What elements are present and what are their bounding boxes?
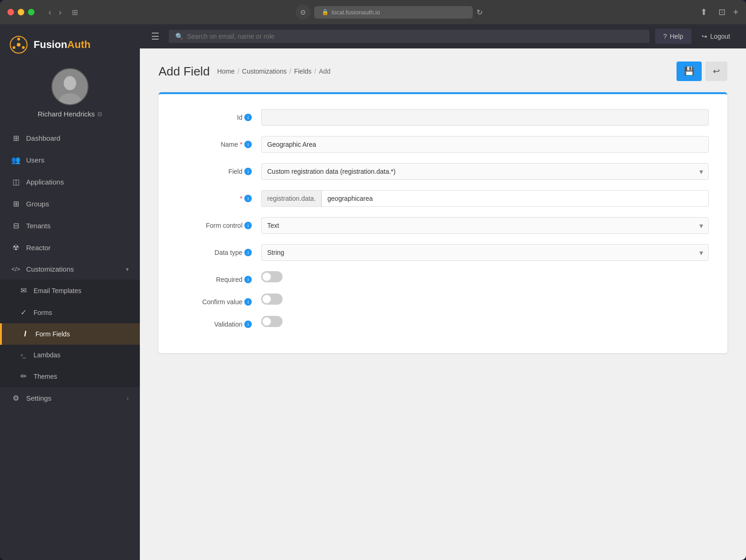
help-icon: ? bbox=[663, 33, 667, 40]
validation-toggle-slider bbox=[261, 316, 283, 327]
main-content: ☰ 🔍 ? Help ↪ Logout bbox=[140, 24, 746, 560]
share-button[interactable]: ⬆ bbox=[697, 6, 711, 18]
form-row-data-type: Data type i String ▾ bbox=[177, 244, 709, 261]
sidebar-item-email-templates[interactable]: ✉ Email Templates bbox=[0, 280, 140, 301]
sidebar-brand: FusionAuth bbox=[0, 24, 140, 63]
topbar: ☰ 🔍 ? Help ↪ Logout bbox=[140, 24, 746, 48]
validation-info-icon[interactable]: i bbox=[244, 321, 252, 328]
sidebar-item-customizations[interactable]: </> Customizations ▾ bbox=[0, 259, 140, 280]
form-control-select-wrap: Text ▾ bbox=[261, 217, 709, 234]
forward-nav-button[interactable]: › bbox=[56, 7, 64, 18]
name-input-wrap bbox=[261, 136, 709, 153]
search-input[interactable] bbox=[187, 33, 643, 40]
validation-label: Validation i bbox=[177, 316, 261, 328]
lock-icon: 🔒 bbox=[322, 9, 329, 15]
settings-chevron-icon: › bbox=[127, 395, 129, 402]
tab-layout-button[interactable]: ⊞ bbox=[68, 7, 82, 18]
required-info-icon[interactable]: i bbox=[244, 276, 252, 283]
sidebar-item-dashboard[interactable]: ⊞ Dashboard bbox=[0, 127, 140, 149]
address-bar: ⊙ 🔒 local.fusionauth.io ↻ bbox=[85, 5, 693, 20]
data-type-select-wrap: String ▾ bbox=[261, 244, 709, 261]
user-card-icon: ⊟ bbox=[97, 111, 102, 117]
svg-point-6 bbox=[64, 76, 76, 90]
email-icon: ✉ bbox=[19, 286, 28, 295]
name-required-marker: * bbox=[240, 141, 242, 148]
form-fields-icon: I bbox=[21, 330, 30, 338]
reactor-icon: ☢ bbox=[11, 243, 21, 252]
data-type-label: Data type i bbox=[177, 244, 261, 256]
url-display[interactable]: 🔒 local.fusionauth.io bbox=[314, 6, 473, 19]
confirm-value-toggle-slider bbox=[261, 294, 283, 305]
customizations-submenu: ✉ Email Templates ✓ Forms I Form Fields … bbox=[0, 280, 140, 387]
sidebar-item-lambdas[interactable]: ›_ Lambdas bbox=[0, 345, 140, 365]
name-input[interactable] bbox=[261, 136, 709, 153]
form-row-validation: Validation i bbox=[177, 316, 709, 328]
form-row-field: Field i Custom registration data (regist… bbox=[177, 163, 709, 180]
form-control-info-icon[interactable]: i bbox=[244, 222, 252, 229]
chevron-down-icon: ▾ bbox=[126, 266, 129, 273]
help-button[interactable]: ? Help bbox=[655, 29, 692, 44]
sidebar-item-users[interactable]: 👥 Users bbox=[0, 149, 140, 171]
lambdas-icon: ›_ bbox=[19, 352, 28, 358]
minimize-button[interactable] bbox=[18, 9, 24, 15]
form-row-form-control: Form control i Text ▾ bbox=[177, 217, 709, 234]
sidebar: FusionAuth Richard Hendricks ⊟ ⊞ bbox=[0, 24, 140, 560]
close-button[interactable] bbox=[7, 9, 14, 15]
reload-button[interactable]: ↻ bbox=[477, 8, 483, 17]
dashboard-icon: ⊞ bbox=[11, 134, 21, 143]
breadcrumb-home[interactable]: Home bbox=[217, 68, 235, 75]
key-split-input: registration.data. bbox=[261, 190, 709, 207]
logout-icon: ↪ bbox=[702, 33, 707, 40]
confirm-value-info-icon[interactable]: i bbox=[244, 298, 252, 306]
sidebar-nav: ⊞ Dashboard 👥 Users ◫ Applications ⊞ Gro… bbox=[0, 127, 140, 560]
id-input[interactable] bbox=[261, 109, 709, 126]
required-toggle[interactable] bbox=[261, 271, 283, 282]
sidebar-item-forms[interactable]: ✓ Forms bbox=[0, 301, 140, 323]
logout-button[interactable]: ↪ Logout bbox=[693, 29, 739, 44]
name-info-icon[interactable]: i bbox=[244, 141, 252, 148]
sidebar-item-reactor[interactable]: ☢ Reactor bbox=[0, 237, 140, 259]
settings-icon: ⚙ bbox=[11, 394, 21, 403]
confirm-value-toggle-wrap bbox=[261, 294, 709, 305]
page-title-row: Add Field Home / Customizations / Fields… bbox=[159, 64, 331, 79]
data-type-select[interactable]: String bbox=[261, 244, 709, 261]
field-select-wrap: Custom registration data (registration.d… bbox=[261, 163, 709, 180]
required-toggle-wrap bbox=[261, 271, 709, 282]
breadcrumb-fields[interactable]: Fields bbox=[294, 68, 311, 75]
breadcrumb-customizations[interactable]: Customizations bbox=[242, 68, 287, 75]
field-info-icon[interactable]: i bbox=[244, 168, 252, 175]
validation-toggle[interactable] bbox=[261, 316, 283, 327]
sidebar-toggle-button[interactable]: ⊡ bbox=[715, 6, 729, 18]
hamburger-menu-button[interactable]: ☰ bbox=[147, 29, 163, 44]
breadcrumb-add: Add bbox=[319, 68, 331, 75]
sidebar-item-settings[interactable]: ⚙ Settings › bbox=[0, 387, 140, 409]
save-button[interactable]: 💾 bbox=[677, 61, 702, 81]
svg-point-3 bbox=[22, 46, 25, 49]
favicon: ⊙ bbox=[296, 5, 311, 20]
logo-icon bbox=[9, 35, 28, 54]
sidebar-item-applications[interactable]: ◫ Applications bbox=[0, 171, 140, 193]
svg-point-1 bbox=[17, 43, 21, 47]
new-tab-button[interactable]: + bbox=[733, 7, 739, 18]
id-info-icon[interactable]: i bbox=[244, 114, 252, 121]
form-row-id: Id i bbox=[177, 109, 709, 126]
key-info-icon[interactable]: i bbox=[244, 195, 252, 202]
maximize-button[interactable] bbox=[28, 9, 35, 15]
form-control-select[interactable]: Text bbox=[261, 217, 709, 234]
data-type-info-icon[interactable]: i bbox=[244, 249, 252, 256]
sidebar-item-groups[interactable]: ⊞ Groups bbox=[0, 193, 140, 215]
field-select[interactable]: Custom registration data (registration.d… bbox=[261, 163, 709, 180]
sidebar-item-form-fields[interactable]: I Form Fields bbox=[0, 323, 140, 345]
sidebar-item-tenants[interactable]: ⊟ Tenants bbox=[0, 215, 140, 237]
back-button[interactable]: ↩ bbox=[705, 61, 727, 81]
sidebar-item-themes[interactable]: ✏ Themes bbox=[0, 365, 140, 387]
back-nav-button[interactable]: ‹ bbox=[46, 7, 54, 18]
confirm-value-toggle[interactable] bbox=[261, 294, 283, 305]
users-icon: 👥 bbox=[11, 156, 21, 164]
key-input[interactable] bbox=[321, 190, 709, 207]
form-row-required: Required i bbox=[177, 271, 709, 283]
name-label: Name * i bbox=[177, 136, 261, 148]
field-label: Field i bbox=[177, 163, 261, 175]
tenants-icon: ⊟ bbox=[11, 221, 21, 230]
customizations-icon: </> bbox=[11, 266, 21, 273]
